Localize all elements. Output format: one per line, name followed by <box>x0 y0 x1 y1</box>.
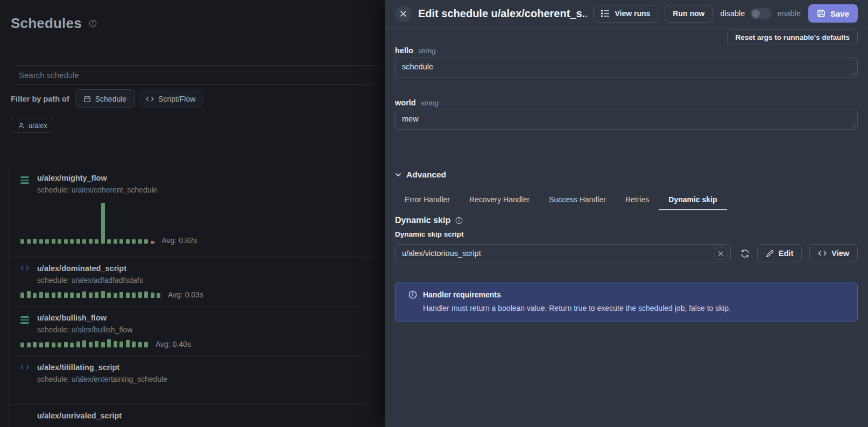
hello-field[interactable]: schedule <box>395 58 858 77</box>
filter-script-flow-button[interactable]: Script/Flow <box>138 89 203 108</box>
close-drawer-button[interactable] <box>395 5 412 22</box>
tab-retries[interactable]: Retries <box>616 189 659 210</box>
schedule-cron-label: schedule: u/alex/coherent_schedule <box>37 186 157 194</box>
schedule-list: u/alex/mighty_flow schedule: u/alex/cohe… <box>8 167 385 427</box>
field-name-hello: hello <box>395 46 413 55</box>
schedule-cron-label: schedule: u/alex/bullish_flow <box>37 325 132 334</box>
script-icon <box>20 265 31 272</box>
filter-schedule-button[interactable]: Schedule <box>75 89 135 108</box>
schedule-row[interactable]: u/alex/bullish_flow schedule: u/alex/bul… <box>9 307 385 356</box>
person-icon <box>18 122 25 129</box>
page-title: Schedules <box>11 15 82 32</box>
save-button[interactable]: Save <box>808 4 858 23</box>
tab-dynamic-skip[interactable]: Dynamic skip <box>659 189 726 210</box>
advanced-section-toggle[interactable]: Advanced <box>395 170 858 180</box>
callout-body: Handler must return a boolean value. Ret… <box>423 304 846 312</box>
schedule-path[interactable]: u/alex/dominated_script <box>37 264 143 273</box>
flow-icon <box>20 175 31 186</box>
runs-bar-chart[interactable] <box>20 291 160 298</box>
schedule-row[interactable]: u/alex/dominated_script schedule: u/alex… <box>9 257 385 307</box>
handler-requirements-callout: Handler requirements Handler must return… <box>395 282 858 322</box>
refresh-icon[interactable] <box>740 249 750 258</box>
enable-label: enable <box>777 9 801 18</box>
schedule-path[interactable]: u/alex/mighty_flow <box>37 174 157 182</box>
avg-duration-label: Avg: 0.82s <box>162 237 197 244</box>
dynamic-skip-heading: Dynamic skip <box>395 216 450 225</box>
view-runs-button[interactable]: View runs <box>593 5 658 23</box>
avg-duration-label: Avg: 0.40s <box>156 340 191 348</box>
schedule-path[interactable]: u/alex/bullish_flow <box>37 314 132 322</box>
callout-title: Handler requirements <box>423 290 501 299</box>
world-field[interactable]: mew <box>395 110 858 130</box>
chevron-down-icon <box>395 173 401 177</box>
enable-toggle[interactable] <box>750 8 772 19</box>
advanced-tabs: Error Handler Recovery Handler Success H… <box>395 189 858 210</box>
drawer-title: Edit schedule u/alex/coherent_s... <box>418 8 587 20</box>
filter-schedule-label: Schedule <box>95 95 126 103</box>
avg-duration-label: Avg: 0.03s <box>168 291 203 298</box>
save-icon <box>817 9 825 18</box>
edit-schedule-drawer: Edit schedule u/alex/coherent_s... View … <box>385 0 868 427</box>
schedule-path[interactable]: u/alex/titillating_script <box>37 363 167 372</box>
filter-script-flow-label: Script/Flow <box>158 95 195 103</box>
field-type-hello: string <box>418 47 436 55</box>
code-icon <box>818 250 827 257</box>
schedule-cron-label: schedule: u/alex/adfadfadfsdafs <box>37 276 143 284</box>
save-label: Save <box>830 9 849 18</box>
owner-filter-badge[interactable]: u/alex <box>11 118 54 133</box>
flow-icon <box>20 315 31 325</box>
code-icon <box>146 96 154 102</box>
tab-recovery-handler[interactable]: Recovery Handler <box>460 189 539 210</box>
schedules-page: Schedules Filter by path of Schedule Scr… <box>0 0 385 427</box>
view-label: View <box>831 249 849 258</box>
owner-badge-label: u/alex <box>29 122 47 130</box>
dynamic-skip-script-label: Dynamic skip script <box>395 230 858 240</box>
runs-bar-chart[interactable] <box>20 203 154 244</box>
run-now-button[interactable]: Run now <box>665 5 712 23</box>
search-input[interactable] <box>11 65 382 85</box>
info-icon[interactable] <box>455 217 463 224</box>
schedule-cron-label: schedule: u/alex/entertaining_schedule <box>37 375 167 383</box>
list-icon <box>601 10 610 17</box>
reset-args-button[interactable]: Reset args to runnable's defaults <box>727 29 858 45</box>
pencil-icon <box>766 250 774 258</box>
runs-bar-chart[interactable] <box>20 339 148 347</box>
field-name-world: world <box>395 98 416 107</box>
advanced-label: Advanced <box>406 170 446 180</box>
view-runs-label: View runs <box>615 9 650 18</box>
dynamic-skip-script-input[interactable] <box>395 244 731 262</box>
schedule-row[interactable]: u/alex/mighty_flow schedule: u/alex/cohe… <box>9 167 385 257</box>
schedule-row[interactable]: u/alex/unrivaled_script <box>9 404 385 427</box>
schedule-path[interactable]: u/alex/unrivaled_script <box>37 411 122 420</box>
clear-script-button[interactable] <box>714 246 728 260</box>
script-icon <box>20 364 31 371</box>
field-type-world: string <box>421 99 439 107</box>
info-icon[interactable] <box>89 19 97 27</box>
calendar-icon <box>83 95 91 103</box>
info-icon <box>408 290 417 299</box>
disable-label: disable <box>720 9 745 18</box>
edit-label: Edit <box>779 249 793 258</box>
tab-error-handler[interactable]: Error Handler <box>395 189 460 210</box>
edit-script-button[interactable]: Edit <box>757 244 802 262</box>
view-script-button[interactable]: View <box>809 244 858 262</box>
filter-label: Filter by path of <box>11 95 69 103</box>
tab-success-handler[interactable]: Success Handler <box>539 189 616 210</box>
run-now-label: Run now <box>673 9 704 18</box>
schedule-row[interactable]: u/alex/titillating_script schedule: u/al… <box>9 356 385 404</box>
